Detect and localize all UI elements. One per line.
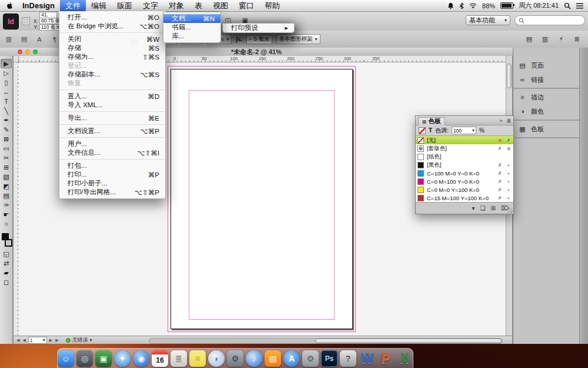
fill-swatch[interactable] <box>2 233 9 240</box>
gradient-swatch-tool[interactable]: ▧ <box>1 172 12 181</box>
panel-menu-icon[interactable]: ≣ <box>506 118 511 124</box>
menu-item[interactable]: 文档... ⌘N ▶ <box>163 14 220 23</box>
menu-item[interactable]: 打包... ▶ <box>59 161 165 170</box>
browser[interactable]: ◉ <box>133 350 149 367</box>
tint-field[interactable]: 100 ▾ <box>452 127 476 134</box>
panel-dock-item[interactable]: ▦色板 <box>513 122 580 136</box>
apple-menu[interactable] <box>6 2 14 9</box>
battery-icon[interactable] <box>500 2 513 9</box>
search-box[interactable] <box>514 15 585 25</box>
menu-item[interactable]: 文件信息... ⌥⇧⌘I ▶ <box>59 148 165 157</box>
menubar-item[interactable]: 对象 <box>163 0 189 11</box>
close-button[interactable] <box>18 49 22 54</box>
collapse-panel-icon[interactable]: » <box>499 118 502 124</box>
menu-item[interactable]: 文档设置... ⌥⌘P ▶ <box>59 127 165 135</box>
panel-dock-item[interactable]: ≡描边 <box>513 90 580 104</box>
menubar-item[interactable]: 帮助 <box>259 0 285 11</box>
app-menu-title[interactable]: InDesign <box>17 0 60 11</box>
document-page[interactable] <box>171 69 353 329</box>
note-tool[interactable]: ▤ <box>1 191 12 200</box>
apply-color-button[interactable]: ▰ <box>1 268 12 277</box>
panel-menu-icon[interactable]: ≣ <box>572 34 582 45</box>
powerpoint[interactable]: P <box>377 350 394 367</box>
swatches-tab[interactable]: ▦ 色板 <box>418 117 445 125</box>
zoom-button[interactable] <box>33 49 38 54</box>
menu-item[interactable]: ▶ <box>60 124 165 125</box>
text-attribute-icon[interactable]: T <box>429 127 432 134</box>
utilities[interactable]: ⚙ <box>227 350 243 367</box>
swatch-row[interactable]: C=0 M=100 Y=0 K=0 ✗ ▪ <box>416 177 513 185</box>
swap-fill-stroke-icon[interactable]: ⇄ <box>1 258 12 268</box>
menubar-clock[interactable]: 周六 08:21:41 <box>519 1 559 10</box>
quick-apply-icon[interactable]: ⚡ <box>556 34 566 45</box>
minimize-button[interactable] <box>25 49 30 54</box>
frame-tool[interactable]: ⊠ <box>1 134 12 144</box>
menu-item[interactable]: 库... ▶ <box>163 32 220 41</box>
first-page-button[interactable]: ◀ <box>16 338 20 343</box>
menubar-item[interactable]: 表 <box>189 0 208 11</box>
previous-page-button[interactable]: ◀ <box>22 338 26 343</box>
photoshop[interactable]: Ps <box>321 350 338 367</box>
menubar-item[interactable]: 视图 <box>208 0 233 11</box>
menu-item[interactable]: 导出... ⌘E ▶ <box>59 114 165 122</box>
gradient-feather-tool[interactable]: ◩ <box>1 181 12 191</box>
rectangle-tool[interactable]: ▭ <box>1 144 12 153</box>
new-color-group-button[interactable]: ❏ <box>480 205 486 211</box>
menu-item[interactable]: 在 Bridge 中浏览... ⌥⌘O ▶ <box>59 22 165 31</box>
swatch-row[interactable]: [套版色] ✗ ⊕ <box>416 144 513 152</box>
last-page-button[interactable]: ▶ <box>55 338 59 343</box>
corner-radius-field[interactable]: ⌐ 5 毫米 <box>246 35 272 44</box>
notification-bell-icon[interactable] <box>447 2 454 9</box>
menu-item[interactable]: ▶ <box>60 89 165 90</box>
preview-mode-icon[interactable]: ▤ <box>524 34 534 45</box>
search-input[interactable] <box>527 16 581 24</box>
horizontal-scrollbar[interactable] <box>149 338 503 344</box>
free-transform-tool[interactable]: ⊞ <box>1 163 12 172</box>
menu-item[interactable]: ▶ <box>60 111 165 112</box>
spotlight-icon[interactable] <box>564 2 571 9</box>
notification-center-icon[interactable] <box>576 3 583 9</box>
menu-item[interactable]: 恢复 ▶ <box>59 79 165 88</box>
menu-item[interactable]: 关闭 ⌘W ▶ <box>59 35 165 44</box>
menu-item[interactable]: 登记... ▶ <box>59 61 165 70</box>
page-number-field[interactable]: 1 ▾ <box>28 337 47 344</box>
page-tool[interactable]: ▯ <box>1 78 12 87</box>
gap-tool[interactable]: ↔ <box>1 87 12 97</box>
menu-item[interactable]: 存储 ⌘S ▶ <box>59 44 165 52</box>
swatch-row[interactable]: [纸色] <box>416 152 513 161</box>
app-store[interactable]: A <box>283 350 300 367</box>
swatch-row[interactable]: [黑色] ✗ ▪ <box>416 161 513 169</box>
panel-dock-item[interactable]: ∞链接 <box>513 72 580 87</box>
workspace-switcher[interactable]: 基本功能 ▾ <box>466 15 510 25</box>
view-mode-button[interactable]: ◻ <box>1 277 12 287</box>
swatch-row[interactable]: C=15 M=100 Y=100 K=0 ✗ ▪ <box>416 194 513 202</box>
wifi-icon[interactable] <box>469 3 477 9</box>
ruler-origin-box[interactable] <box>13 56 19 62</box>
preflight-status[interactable]: 无错误 ▾ <box>66 336 92 344</box>
resize-grip[interactable] <box>507 208 513 213</box>
fill-stroke-indicator[interactable] <box>0 231 12 249</box>
panel-dock-item[interactable]: ◑颜色 <box>513 104 580 118</box>
excel[interactable]: X <box>396 350 413 367</box>
menu-item[interactable]: 打印... ⌘P ▶ <box>59 170 165 179</box>
type-tool[interactable]: T <box>1 97 12 106</box>
menu-item[interactable]: 用户... ▶ <box>59 140 165 148</box>
scissors-tool[interactable]: ✂ <box>1 153 12 163</box>
menubar-item[interactable]: 版面 <box>112 0 138 11</box>
menu-item[interactable]: 打印小册子... ▶ <box>59 179 165 188</box>
eyedropper-tool[interactable]: ✑ <box>1 200 12 210</box>
menubar-item[interactable]: 文字 <box>138 0 163 11</box>
network-utility[interactable]: ◎ <box>76 350 93 367</box>
system-preferences[interactable]: ⚙ <box>302 350 319 367</box>
zoom-tool[interactable]: ○ <box>1 219 12 228</box>
missing-app[interactable]: ? <box>340 350 356 367</box>
itunes[interactable]: ♪ <box>246 350 262 367</box>
ibooks[interactable]: ▤ <box>265 350 281 367</box>
safari[interactable]: ✦ <box>114 350 131 367</box>
notes[interactable]: ≣ <box>171 350 187 367</box>
menu-item[interactable]: 存储为... ⇧⌘S ▶ <box>59 52 165 61</box>
new-swatch-button[interactable]: ⊞ <box>490 205 495 211</box>
direct-selection-tool[interactable]: ▷ <box>1 68 12 78</box>
swatches-panel-header[interactable]: ▦ 色板 » ≣ <box>416 116 513 125</box>
menu-item[interactable]: 置入... ⌘D ▶ <box>59 92 165 101</box>
